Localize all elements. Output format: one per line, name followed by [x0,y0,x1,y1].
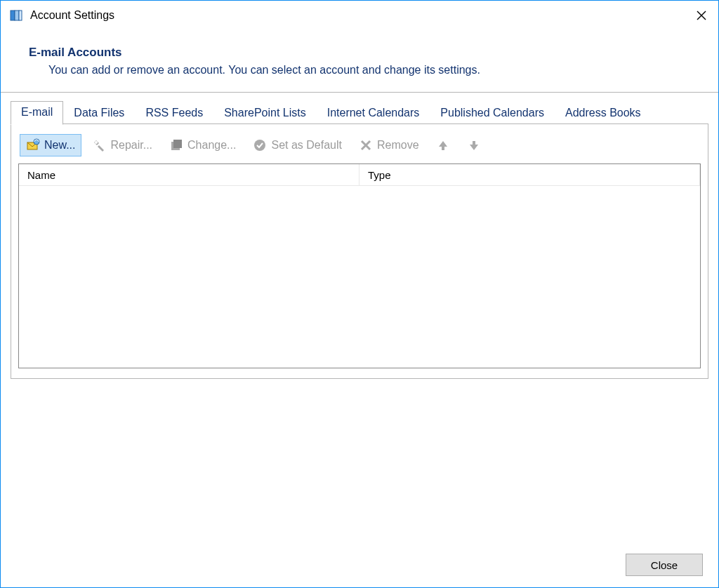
arrow-up-icon [436,138,450,152]
toolbar-label: Change... [187,139,236,152]
move-down-button[interactable] [461,134,487,156]
change-icon [169,138,183,152]
svg-point-10 [254,140,265,151]
tab-label: Data Files [74,107,124,119]
column-label: Name [27,169,55,181]
accounts-toolbar: New... Repair... [18,131,701,163]
move-up-button[interactable] [430,134,456,156]
tab-panel-email: New... Repair... [11,123,708,379]
close-button[interactable]: Close [626,554,703,576]
tab-rss-feeds[interactable]: RSS Feeds [135,102,213,125]
window-title: Account Settings [30,9,114,22]
check-circle-icon [253,138,267,152]
new-account-button[interactable]: New... [20,134,81,156]
svg-rect-9 [173,140,182,148]
column-header-name[interactable]: Name [19,164,360,185]
svg-rect-0 [11,11,15,20]
change-account-button[interactable]: Change... [163,134,242,156]
titlebar: Account Settings [1,1,718,30]
tab-label: RSS Feeds [145,107,203,119]
content-area: E-mail Data Files RSS Feeds SharePoint L… [1,92,718,587]
tab-label: SharePoint Lists [224,107,306,119]
svg-rect-2 [19,11,22,20]
new-mail-icon [26,138,40,152]
button-label: Close [651,559,678,571]
repair-icon [92,138,106,152]
tab-internet-calendars[interactable]: Internet Calendars [317,102,430,125]
window-close-button[interactable] [685,1,718,30]
toolbar-label: New... [44,139,75,152]
accounts-list[interactable]: Name Type [18,163,701,368]
tab-label: Address Books [565,107,641,119]
app-icon [9,8,23,22]
header-subtitle: You can add or remove an account. You ca… [29,64,690,76]
tab-email[interactable]: E-mail [11,101,63,125]
set-default-button[interactable]: Set as Default [246,134,348,156]
tab-label: Internet Calendars [327,107,420,119]
repair-account-button[interactable]: Repair... [86,134,159,156]
tab-sharepoint-lists[interactable]: SharePoint Lists [213,102,317,125]
toolbar-label: Remove [377,139,419,152]
tab-label: E-mail [21,106,53,118]
dialog-footer: Close [1,542,718,587]
remove-account-button[interactable]: Remove [352,134,426,156]
tab-address-books[interactable]: Address Books [555,102,652,125]
header: E-mail Accounts You can add or remove an… [1,30,718,92]
svg-point-7 [95,141,98,144]
arrow-down-icon [467,138,481,152]
tab-published-calendars[interactable]: Published Calendars [430,102,555,125]
account-settings-window: Account Settings E-mail Accounts You can… [0,0,719,588]
tab-data-files[interactable]: Data Files [63,102,135,125]
svg-rect-1 [15,11,19,20]
toolbar-label: Set as Default [271,139,342,152]
toolbar-label: Repair... [110,139,152,152]
remove-icon [359,138,373,152]
tabstrip: E-mail Data Files RSS Feeds SharePoint L… [1,93,718,124]
list-header: Name Type [19,164,700,186]
column-label: Type [368,169,391,181]
blank-area [1,389,718,542]
tab-label: Published Calendars [440,107,544,119]
tab-container: E-mail Data Files RSS Feeds SharePoint L… [1,93,718,542]
header-title: E-mail Accounts [29,46,690,60]
column-header-type[interactable]: Type [360,164,700,185]
close-icon [697,11,706,20]
